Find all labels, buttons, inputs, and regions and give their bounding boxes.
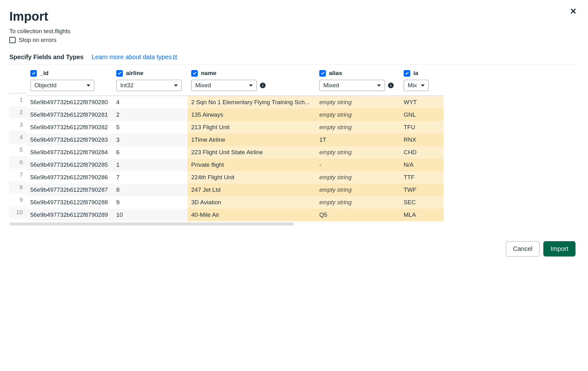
row-number: 3 (9, 119, 27, 131)
preview-table: 12345678910_idObjectId56e9b497732b6122f8… (9, 64, 579, 226)
table-cell: 10 (112, 209, 187, 221)
table-cell: empty string (316, 96, 400, 109)
column-header-label: alias (329, 70, 342, 77)
page-title: Import (9, 9, 579, 23)
table-cell: 224th Flight Unit (187, 171, 316, 184)
table-cell: empty string (316, 196, 400, 209)
collection-subtitle: To collection test.flights (9, 28, 579, 35)
info-icon[interactable]: i (260, 83, 266, 88)
column-header-label: airline (126, 70, 143, 77)
chevron-down-icon (174, 84, 178, 87)
table-cell: 56e9b497732b6122f8790281 (27, 109, 112, 121)
row-number: 9 (9, 194, 27, 206)
column-include-checkbox[interactable] (319, 70, 326, 77)
type-select[interactable]: Int32 (116, 80, 182, 91)
table-cell: 56e9b497732b6122f8790283 (27, 134, 112, 146)
table-cell: MLA (400, 209, 444, 221)
table-cell: 56e9b497732b6122f8790284 (27, 146, 112, 159)
table-cell: 1 (112, 159, 187, 171)
row-number: 6 (9, 156, 27, 169)
table-cell: 6 (112, 146, 187, 159)
table-cell: 2 Sqn No 1 Elementary Flying Training Sc… (187, 96, 316, 109)
column-include-checkbox[interactable] (30, 70, 37, 77)
table-cell: SEC (400, 196, 444, 209)
learn-more-label: Learn more about data types (92, 53, 172, 61)
table-cell: - (316, 159, 400, 171)
type-select[interactable]: Mix (404, 80, 429, 91)
table-cell: 2 (112, 109, 187, 121)
table-cell: TTF (400, 171, 444, 184)
table-cell: GNL (400, 109, 444, 121)
table-cell: 3D Aviation (187, 196, 316, 209)
row-number: 5 (9, 144, 27, 156)
column-header-label: ia (413, 70, 418, 77)
table-cell: 56e9b497732b6122f8790286 (27, 171, 112, 184)
close-icon[interactable]: ✕ (568, 6, 579, 17)
row-number: 4 (9, 131, 27, 144)
table-cell: 56e9b497732b6122f8790282 (27, 121, 112, 134)
cancel-button[interactable]: Cancel (506, 241, 540, 257)
import-button[interactable]: Import (543, 241, 576, 257)
table-cell: 213 Flight Unit (187, 121, 316, 134)
table-cell: 135 Airways (187, 109, 316, 121)
table-cell: WYT (400, 96, 444, 109)
row-number: 1 (9, 94, 27, 106)
table-cell: 5 (112, 121, 187, 134)
info-icon[interactable]: i (388, 83, 394, 88)
table-cell: 56e9b497732b6122f8790287 (27, 184, 112, 196)
table-cell: 223 Flight Unit State Airline (187, 146, 316, 159)
table-cell: 56e9b497732b6122f8790289 (27, 209, 112, 221)
chevron-down-icon (87, 84, 90, 87)
column-include-checkbox[interactable] (191, 70, 198, 77)
column-header-label: name (201, 70, 217, 77)
table-cell: empty string (316, 146, 400, 159)
row-number: 8 (9, 181, 27, 194)
stop-on-errors-checkbox[interactable] (9, 37, 16, 43)
table-cell: 56e9b497732b6122f8790285 (27, 159, 112, 171)
row-number: 2 (9, 106, 27, 119)
type-select[interactable]: ObjectId (30, 80, 94, 91)
chevron-down-icon (421, 84, 425, 87)
table-cell: 1Time Airline (187, 134, 316, 146)
table-cell: RNX (400, 134, 444, 146)
table-cell: 4 (112, 96, 187, 109)
column-include-checkbox[interactable] (404, 70, 410, 77)
fields-types-heading: Specify Fields and Types (9, 53, 83, 61)
chevron-down-icon (377, 84, 381, 87)
table-cell: TFU (400, 121, 444, 134)
table-cell: 1T (316, 134, 400, 146)
table-cell: empty string (316, 121, 400, 134)
type-select[interactable]: Mixed (191, 80, 257, 91)
column-include-checkbox[interactable] (116, 70, 123, 77)
table-cell: 9 (112, 196, 187, 209)
table-cell: N/A (400, 159, 444, 171)
table-cell: empty string (316, 171, 400, 184)
horizontal-scrollbar[interactable] (9, 222, 294, 226)
table-cell: Q5 (316, 209, 400, 221)
table-cell: 56e9b497732b6122f8790280 (27, 96, 112, 109)
learn-more-link[interactable]: Learn more about data types (92, 53, 177, 61)
table-cell: empty string (316, 184, 400, 196)
table-cell: 7 (112, 171, 187, 184)
table-cell: empty string (316, 109, 400, 121)
table-cell: TWF (400, 184, 444, 196)
chevron-down-icon (249, 84, 253, 87)
row-number: 7 (9, 169, 27, 181)
type-select[interactable]: Mixed (319, 80, 385, 91)
table-cell: 247 Jet Ltd (187, 184, 316, 196)
column-header-label: _id (40, 70, 48, 77)
table-cell: CHD (400, 146, 444, 159)
table-cell: 3 (112, 134, 187, 146)
row-number: 10 (9, 206, 27, 219)
table-cell: 8 (112, 184, 187, 196)
stop-on-errors-label: Stop on errors (19, 37, 56, 43)
table-cell: Private flight (187, 159, 316, 171)
table-cell: 40-Mile Air (187, 209, 316, 221)
table-cell: 56e9b497732b6122f8790288 (27, 196, 112, 209)
external-link-icon (173, 55, 177, 59)
